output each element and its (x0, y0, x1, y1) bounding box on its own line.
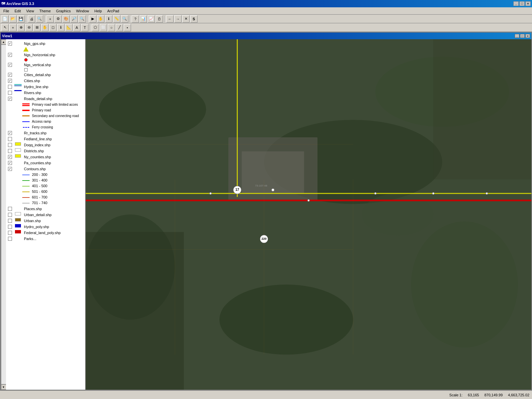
legend-item-ngs-gps[interactable]: Ngs_gps.shp (7, 41, 84, 47)
menu-file[interactable]: File (1, 8, 12, 14)
theme-props-button[interactable]: ⚙ (55, 15, 62, 23)
scroll-up-button[interactable]: ▲ (1, 39, 6, 45)
legend-item-fedland-line[interactable]: Fedland_line.shp (7, 136, 84, 142)
text-tool[interactable]: T (81, 24, 88, 31)
pan-button[interactable]: ✋ (97, 15, 104, 23)
draw-rect-tool[interactable]: ⬜ (100, 24, 107, 31)
view-close-button[interactable]: × (525, 34, 530, 38)
legend-item-doqq-index[interactable]: Doqq_index.shp (7, 142, 84, 148)
view-minimize-button[interactable]: _ (515, 34, 519, 38)
find-button[interactable]: 🔍 (121, 15, 128, 23)
menu-arcpad[interactable]: ArcPad (104, 8, 122, 14)
legend-item-federal-land-poly[interactable]: Federal_land_poly.shp (7, 230, 84, 236)
table-button[interactable]: 📊 (140, 15, 147, 23)
zoom-in-button[interactable]: 🔎 (70, 15, 78, 23)
legend-check-hydro-line[interactable] (8, 85, 12, 89)
legend-item-contours[interactable]: Contours.shp (7, 166, 84, 172)
arrow-button[interactable]: ← (166, 15, 174, 23)
draw-circle-tool[interactable]: ○ (108, 24, 115, 31)
view-maximize-button[interactable]: □ (520, 34, 525, 38)
measure-button[interactable]: 📏 (113, 15, 120, 23)
draw-line-tool[interactable]: ╱ (116, 24, 123, 31)
select-tool[interactable]: ◻ (49, 24, 57, 31)
legend-item-roads-detail[interactable]: Roads_detail.shp (7, 96, 84, 102)
print-preview-button[interactable]: 🔍 (36, 15, 43, 23)
legend-check-doqq-index[interactable] (8, 143, 12, 147)
legend-item-ngs-horizontal[interactable]: Ngs_horizontal.shp (7, 52, 84, 58)
legend-check-ngs-gps[interactable] (8, 42, 12, 46)
legend-item-urban[interactable]: Urban.shp (7, 218, 84, 224)
legend-check-cities[interactable] (8, 79, 12, 83)
add-theme-button[interactable]: + (47, 15, 54, 23)
legend-check-federal-land-poly[interactable] (8, 231, 12, 235)
scroll-track[interactable] (1, 45, 6, 384)
legend-scrollbar[interactable]: ▲ ▼ (1, 39, 6, 390)
legend-item-places[interactable]: Places.shp (7, 206, 84, 212)
next-button[interactable]: → (174, 15, 182, 23)
legend-item-urban-detail[interactable]: Urban_detail.shp (7, 212, 84, 218)
legend-check-rivers[interactable] (8, 91, 12, 95)
draw-marker-tool[interactable]: • (124, 24, 131, 31)
select-button[interactable]: ▶ (89, 15, 96, 23)
pointer-tool[interactable]: ↖ (1, 24, 9, 31)
legend-item-cities-detail[interactable]: Cities_detail.shp (7, 72, 84, 78)
legend-item-ny-counties[interactable]: Ny_counties.shp (7, 154, 84, 160)
layout-button[interactable]: 🗒 (156, 15, 163, 23)
measure-tool[interactable]: 📐 (65, 24, 72, 31)
legend-check-fedland-line[interactable] (8, 137, 12, 141)
legend-check-contours[interactable] (8, 167, 12, 171)
maximize-button[interactable]: □ (519, 1, 525, 6)
menu-window[interactable]: Window (73, 8, 92, 14)
draw-polygon-tool[interactable]: ⬠ (92, 24, 99, 31)
legend-item-parks[interactable]: Parks... (7, 236, 84, 242)
close-button[interactable]: × (525, 1, 531, 6)
menu-theme[interactable]: Theme (37, 8, 53, 14)
legend-check-pa-counties[interactable] (8, 161, 12, 165)
menu-view[interactable]: View (24, 8, 37, 14)
zoom-out-tool[interactable]: ⊖ (25, 24, 33, 31)
new-button[interactable]: 📄 (1, 15, 9, 23)
legend-check-ngs-horizontal[interactable] (8, 53, 12, 57)
legend-check-urban-detail[interactable] (8, 213, 12, 217)
identify-button[interactable]: ℹ (105, 15, 112, 23)
legend-item-ngs-vertical[interactable]: Ngs_vertical.shp (7, 62, 84, 68)
legend-check-ny-counties[interactable] (8, 155, 12, 159)
legend-item-districts[interactable]: Districts.shp (7, 148, 84, 154)
legend-item-hydro-poly[interactable]: Hydro_poly.shp (7, 224, 84, 230)
legend-item-rr-tracks[interactable]: Rr_tracks.shp (7, 130, 84, 136)
menu-edit[interactable]: Edit (12, 8, 24, 14)
zoom-extent-tool[interactable]: ⊞ (33, 24, 41, 31)
menu-help[interactable]: Help (92, 8, 105, 14)
legend-check-parks[interactable] (8, 237, 12, 241)
legend-item-hydro-line[interactable]: Hydro_line.shp (7, 84, 84, 90)
legend-item-cities[interactable]: Cities.shp (7, 78, 84, 84)
s-button[interactable]: S (190, 15, 198, 23)
clear-selected[interactable]: ✕ (182, 15, 190, 23)
legend-check-districts[interactable] (8, 149, 12, 153)
legend-check-places[interactable] (8, 207, 12, 211)
save-button[interactable]: 💾 (17, 15, 25, 23)
edit-legend-button[interactable]: 🎨 (63, 15, 70, 23)
chart-button[interactable]: 📈 (148, 15, 155, 23)
zoom-out-button[interactable]: 🔍 (78, 15, 86, 23)
legend-check-urban[interactable] (8, 219, 12, 223)
legend-check-rr-tracks[interactable] (8, 131, 12, 135)
print-button[interactable]: 🖨 (28, 15, 35, 23)
map-area[interactable]: 17 220 (86, 39, 531, 390)
menu-graphics[interactable]: Graphics (54, 8, 73, 14)
minimize-button[interactable]: _ (513, 1, 519, 6)
scroll-down-button[interactable]: ▼ (1, 384, 6, 390)
legend-check-cities-detail[interactable] (8, 73, 12, 77)
legend-check-hydro-poly[interactable] (8, 225, 12, 229)
vertex-tool[interactable]: + (9, 24, 17, 31)
open-button[interactable]: 📂 (9, 15, 17, 23)
info-tool[interactable]: ℹ (57, 24, 65, 31)
legend-check-roads-detail[interactable] (8, 97, 12, 101)
legend-check-ngs-vertical[interactable] (8, 63, 12, 67)
label-tool[interactable]: A (73, 24, 80, 31)
legend-item-pa-counties[interactable]: Pa_counties.shp (7, 160, 84, 166)
zoom-in-tool[interactable]: ⊕ (17, 24, 25, 31)
pan-tool[interactable]: ✋ (41, 24, 49, 31)
legend-item-rivers[interactable]: Rivers.shp (7, 90, 84, 96)
query-button[interactable]: ? (132, 15, 139, 23)
